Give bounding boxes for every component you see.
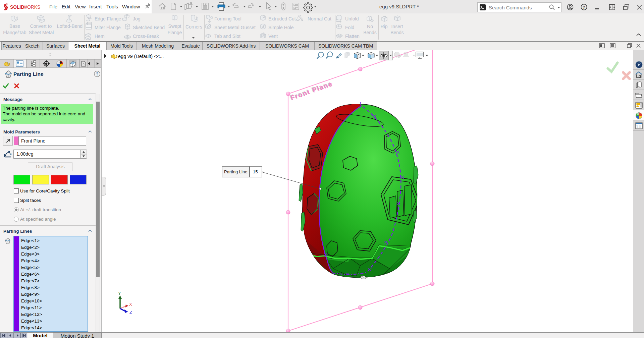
svg-text:15: 15 (253, 169, 258, 174)
svg-text:a: a (10, 152, 12, 155)
svg-text:Z: Z (129, 310, 132, 315)
svg-text:Y: Y (118, 291, 121, 296)
svg-text:X: X (129, 302, 132, 307)
svg-text:Parting Line:: Parting Line: (224, 169, 249, 174)
svg-text:SOLID: SOLID (10, 5, 24, 10)
svg-text:?: ? (96, 72, 99, 76)
svg-text:?: ? (583, 5, 585, 10)
svg-text:WORKS: WORKS (23, 5, 40, 10)
svg-text:egg v9 (Default) <<...: egg v9 (Default) <<... (118, 54, 164, 59)
